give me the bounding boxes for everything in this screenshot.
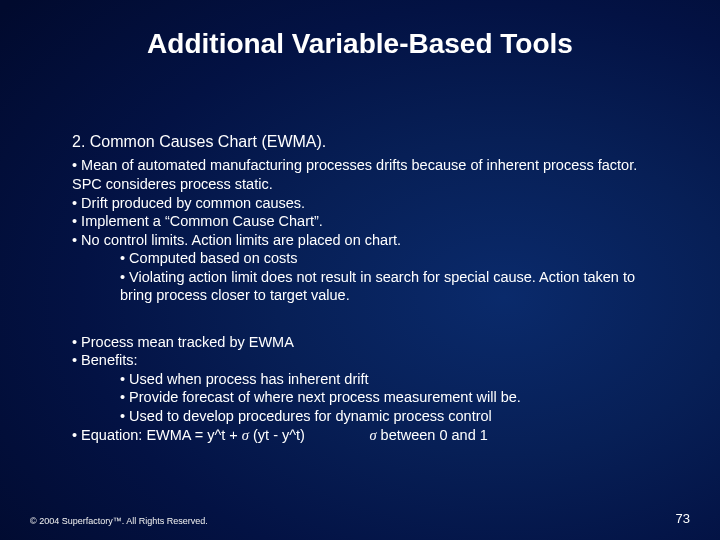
sigma-symbol: σ bbox=[369, 427, 376, 443]
bullet-sub-item: • Computed based on costs bbox=[72, 249, 660, 268]
bullet-item: • No control limits. Action limits are p… bbox=[72, 231, 660, 250]
equation-prefix: • Equation: EWMA = y^t + bbox=[72, 427, 242, 443]
equation-mid: (yt - y^t) bbox=[249, 427, 305, 443]
bullet-sub-item: • Used to develop procedures for dynamic… bbox=[72, 407, 660, 426]
bullet-item: • Drift produced by common causes. bbox=[72, 194, 660, 213]
section-heading: 2. Common Causes Chart (EWMA). bbox=[72, 132, 660, 152]
slide: Additional Variable-Based Tools 2. Commo… bbox=[0, 0, 720, 540]
bullet-sub-item: • Violating action limit does not result… bbox=[72, 268, 660, 305]
equation-suffix: between 0 and 1 bbox=[377, 427, 488, 443]
bullet-item: • Process mean tracked by EWMA bbox=[72, 333, 660, 352]
slide-content: 2. Common Causes Chart (EWMA). • Mean of… bbox=[72, 132, 660, 444]
bullet-item: • Mean of automated manufacturing proces… bbox=[72, 156, 660, 193]
footer-copyright: © 2004 Superfactory™. All Rights Reserve… bbox=[30, 516, 208, 526]
equation-line: • Equation: EWMA = y^t + σ (yt - y^t) σ … bbox=[72, 426, 660, 445]
sigma-symbol: σ bbox=[242, 427, 249, 443]
bullet-sub-item: • Used when process has inherent drift bbox=[72, 370, 660, 389]
slide-title: Additional Variable-Based Tools bbox=[0, 28, 720, 60]
page-number: 73 bbox=[676, 511, 690, 526]
bullet-sub-item: • Provide forecast of where next process… bbox=[72, 388, 660, 407]
bullet-item: • Benefits: bbox=[72, 351, 660, 370]
equation-gap bbox=[305, 427, 369, 443]
bullet-item: • Implement a “Common Cause Chart”. bbox=[72, 212, 660, 231]
